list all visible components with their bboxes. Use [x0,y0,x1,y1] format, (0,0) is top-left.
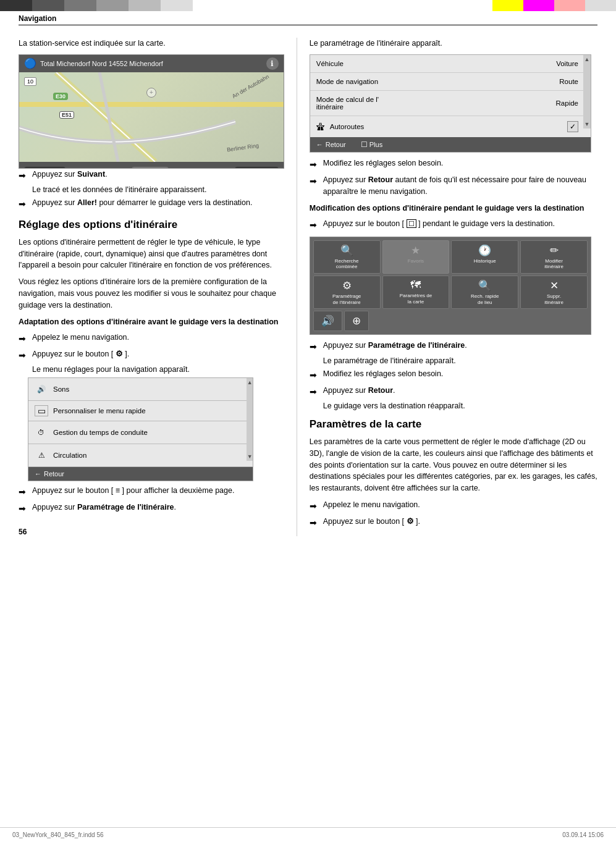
bullet-arrow-r8: ➡ [310,516,321,529]
bullet-arrow-r1: ➡ [310,158,321,171]
bullet-arrow-1: ➡ [19,169,30,182]
sound-icon: 🔊 [321,314,334,327]
mode-nav-label: Mode de navigation [316,78,378,85]
nav-scrollbar-up: ▲ [584,56,590,62]
menu-row-gestion: ⏱ Gestion du temps de conduite [28,421,253,444]
bullet-page2: ➡ Appuyez sur le bouton [ ≡ ] pour affic… [19,485,284,499]
bullet-retour2-sub: Le guidage vers la destination réapparaî… [323,402,597,410]
map-back-btn[interactable]: ← Retour [24,167,65,169]
menu-list-wrapper: 🔊 Sons ▭ Personnaliser le menu rapide ⏱ … [19,377,284,481]
scrollbar-down: ▼ [247,453,253,460]
map-bottom-bar: ← Retour ☐ Plus Suivant → [19,162,284,169]
bullet-appelez: ➡ Appelez le menu navigation. [19,332,284,345]
recherche-icon: 🔍 [315,244,379,257]
historique-icon: 🕐 [453,244,517,257]
icon-rech-rapide[interactable]: 🔍 Rech. rapidede lieu [451,276,518,309]
page-container: La station-service est indiquée sur la c… [0,32,616,555]
bullet-retour-menu: ➡ Appuyez sur Retour autant de fois qu'i… [310,174,597,198]
map-number-badge: 10 [24,77,36,86]
map-header-icon: 🔵 [24,57,36,69]
nav-settings-scrollbar[interactable]: ▲ ▼ [583,55,591,128]
carte-icon: 🗺 [384,279,448,292]
footer-right: 03.09.14 15:06 [562,831,604,838]
right-intro: Le paramétrage de l'itinéraire apparaît. [310,38,597,49]
top-bar-left [0,0,308,11]
mode-nav-value: Route [559,78,578,85]
icon-parametrage-itineraire[interactable]: ⚙ Paramétragede l'itinéraire [313,276,381,309]
map-target: + [146,88,156,98]
circulation-label: Circulation [53,452,86,459]
icon-recherche-combinee[interactable]: 🔍 Recherchecombinée [313,240,381,274]
bullet-param-itin: ➡ Appuyez sur Paramétrage de l'itinérair… [310,340,597,353]
nav-plus-label: Plus [369,141,382,148]
map-inner: 10 E30 E51 An der Autobahn Berliner Ring… [19,72,284,162]
color-block-1 [0,0,32,11]
bullet-suivant-sub: Le tracé et les données de l'itinéraire … [32,185,284,194]
autoroutes-label: Autoroutes [330,123,365,130]
bullet-retour2: ➡ Appuyez sur Retour. [310,385,597,398]
icon-suppr-itineraire[interactable]: ✕ Suppr.itinéraire [520,276,588,309]
bullet-text-modifiez: Modifiez les réglages selon besoin. [323,158,597,169]
circulation-icon: ⚠ [35,448,48,462]
right-bullets-1: ➡ Modifiez les réglages selon besoin. ➡ … [310,158,597,198]
nav-settings-screenshot: ▲ ▼ Véhicule Voiture Mode de navigation … [310,54,591,153]
footer-left: 03_NewYork_840_845_fr.indd 56 [12,831,104,838]
bullet-text-parametrage: Appuyez sur Paramétrage de l'itinéraire. [32,502,284,513]
rech-rapide-icon: 🔍 [453,279,517,292]
bullet-parametrage: ➡ Appuyez sur Paramétrage de l'itinérair… [19,502,284,515]
icon-parametres-carte[interactable]: 🗺 Paramètres dela carte [382,276,450,309]
bullet-text-suivant: Appuyez sur Suivant. [32,169,284,180]
bullet-arrow-r7: ➡ [310,500,321,513]
bullet-arrow-2: ➡ [19,198,30,211]
bullet-arrow-r5: ➡ [310,369,321,382]
section-body2: Vous réglez les options d'itinéraire lor… [19,276,284,311]
menu-row-circulation: ⚠ Circulation [28,444,253,467]
mode-calcul-label: Mode de calcul de l'itinéraire [316,96,379,111]
color-block-magenta [523,0,554,11]
nav-row-mode-calcul: Mode de calcul de l'itinéraire Rapide [310,91,591,116]
page-num-text: 56 [19,528,27,536]
vehicule-value: Voiture [556,60,578,67]
bullet-bouton-settings: ➡ Appuyez sur le bouton [ ⚙ ]. [19,348,284,362]
vehicule-label: Véhicule [316,60,344,67]
icon-grid-row1: 🔍 Recherchecombinée ★ Favoris 🕐 Historiq… [313,240,588,274]
favoris-label: Favoris [384,258,448,264]
right-column: Le paramétrage de l'itinéraire apparaît.… [297,38,597,536]
map-header: 🔵 Total Michendorf Nord 14552 Michendorf… [19,55,284,72]
icon-target[interactable]: ⊕ [344,311,369,331]
icon-historique[interactable]: 🕐 Historique [451,240,518,274]
icon-grid-screenshot: 🔍 Recherchecombinée ★ Favoris 🕐 Historiq… [310,237,591,335]
menu-scrollbar[interactable]: ▲ ▼ [247,378,253,461]
section-header: Navigation [19,14,597,25]
personnaliser-icon: ▭ [35,405,48,416]
bullet-text-retour-menu: Appuyez sur Retour autant de fois qu'il … [323,174,597,198]
icon-modifier-itineraire[interactable]: ✏ Modifieritinéraire [520,240,588,274]
bullet-aller: ➡ Appuyez sur Aller! pour démarrer le gu… [19,197,284,211]
bullet-text-param-itin: Appuyez sur Paramétrage de l'itinéraire. [323,340,597,352]
menu-list-box: 🔊 Sons ▭ Personnaliser le menu rapide ⏱ … [28,377,253,481]
historique-label: Historique [453,258,517,264]
bullet-text-pendant-guidage: Appuyez sur le bouton [ ☐ ] pendant le g… [323,218,597,230]
bullet-modifiez2: ➡ Modifiez les réglages selon besoin. [310,368,597,382]
page-number-left: 56 [19,528,284,536]
rech-rapide-label: Rech. rapidede lieu [453,293,517,305]
carte-label: Paramètres dela carte [384,293,448,305]
autoroutes-checkbox[interactable]: ✓ [567,121,578,132]
footer: 03_NewYork_840_845_fr.indd 56 03.09.14 1… [0,827,616,842]
bullet-arrow-r6: ➡ [310,385,321,398]
map-number: 10 [27,78,33,85]
nav-settings-bottom: ← Retour ☐ Plus [310,137,591,152]
icon-sound[interactable]: 🔊 [313,311,342,331]
bullet-pendant-guidage: ➡ Appuyez sur le bouton [ ☐ ] pendant le… [310,218,597,232]
favoris-icon: ★ [384,244,448,257]
nav-plus-wrapper: ☐ Plus [361,140,382,149]
map-plus-btn[interactable]: ☐ Plus [132,167,168,169]
section-body3: Les paramètres de la carte vous permette… [310,436,597,494]
map-next-btn[interactable]: Suivant → [235,167,278,169]
nav-scrollbar-down: ▼ [584,121,590,127]
nav-row-mode-nav: Mode de navigation Route [310,73,591,91]
color-block-yellow [492,0,523,11]
bullet-arrow-5: ➡ [19,486,30,499]
autoroutes-icon: 🛣 [316,122,325,132]
color-block-3 [64,0,96,11]
